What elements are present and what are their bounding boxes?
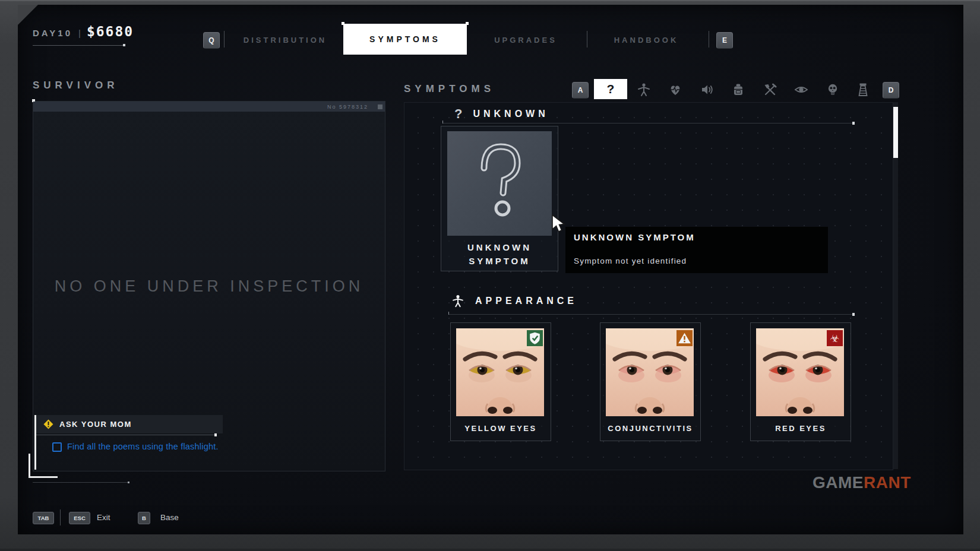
document-number: No 5978312 — [327, 104, 368, 110]
eye-icon[interactable] — [794, 83, 808, 97]
backpack-icon[interactable] — [731, 83, 745, 97]
quest-title: ASK YOUR MOM — [59, 420, 132, 429]
symptom-card-label: CONJUNCTIVITIS — [600, 424, 700, 433]
tools-icon[interactable] — [763, 83, 777, 97]
filter-unknown-tab[interactable]: ? — [594, 79, 627, 99]
unknown-section-heading: ? UNKNOWN — [454, 106, 549, 122]
document-header-bar: No 5978312 — [33, 102, 385, 112]
key-hint-d: D — [883, 82, 899, 99]
tab-symptoms[interactable]: SYMPTOMS — [343, 24, 467, 55]
hud-separator: | — [78, 28, 81, 38]
key-hint-e: E — [716, 32, 733, 49]
survivor-panel-title: SURVIVOR — [33, 80, 119, 91]
symptoms-panel-title: SYMPTOMS — [404, 83, 495, 95]
svg-text:☣: ☣ — [830, 332, 840, 344]
tooltip-title: UNKNOWN SYMPTOM — [574, 232, 696, 242]
tooltip-body: Symptom not yet identified — [574, 256, 687, 265]
tab-divider — [224, 31, 225, 48]
person-icon — [451, 294, 464, 308]
symptom-card-label: RED EYES — [751, 424, 851, 433]
footer-divider — [60, 509, 61, 525]
game-screen: DAY10 | $6680 Q DISTRIBUTION SYMPTOMS UP… — [0, 0, 980, 551]
frame-highlight — [0, 0, 980, 1]
cleared-shield-icon — [527, 330, 543, 346]
warning-triangle-icon — [676, 330, 693, 346]
body-icon[interactable] — [637, 83, 651, 97]
tab-distribution[interactable]: DISTRIBUTION — [241, 36, 330, 45]
objective-checkbox[interactable] — [52, 442, 62, 452]
symptom-card-conjunctivitis[interactable]: CONJUNCTIVITIS — [600, 322, 701, 441]
quest-title-bar: ASK YOUR MOM — [36, 415, 223, 433]
quest-objective-row[interactable]: Find all the poems using the flashlight. — [52, 441, 219, 453]
panel-corner-bracket — [29, 454, 58, 478]
watchtower-icon[interactable] — [856, 83, 870, 97]
key-hint-tab: TAB — [33, 512, 54, 524]
symptom-tooltip: UNKNOWN SYMPTOM Symptom not yet identifi… — [565, 227, 828, 273]
quest-alert-icon — [43, 419, 53, 429]
appearance-section-title: APPEARANCE — [475, 296, 577, 306]
no-inspection-message: NO ONE UNDER INSPECTION — [33, 277, 385, 296]
symptom-card-label: YELLOW EYES — [451, 424, 551, 433]
question-mark-outline-icon — [447, 131, 552, 236]
mouse-cursor — [550, 214, 568, 234]
biohazard-icon: ☣ — [827, 330, 843, 346]
appearance-section-heading: APPEARANCE — [451, 294, 577, 308]
unknown-section-rule — [442, 123, 853, 124]
frame-bottom — [0, 549, 980, 551]
hud-day-money: DAY10 | $6680 — [33, 24, 134, 39]
day-counter: DAY10 — [33, 28, 72, 38]
organs-icon[interactable] — [668, 83, 682, 97]
tab-handbook[interactable]: HANDBOOK — [608, 36, 685, 45]
skull-icon[interactable] — [826, 83, 840, 97]
tab-divider — [587, 31, 587, 48]
quest-divider — [36, 435, 216, 435]
question-mark-icon: ? — [454, 106, 462, 122]
symptom-card-red-eyes[interactable]: ☣ RED EYES — [750, 322, 851, 441]
key-hint-a: A — [572, 82, 589, 99]
scrollbar-track[interactable] — [893, 102, 898, 469]
money-underline — [33, 45, 123, 46]
unknown-section-title: UNKNOWN — [473, 109, 548, 119]
survivor-document-panel: No 5978312 NO ONE UNDER INSPECTION ASK Y… — [33, 101, 385, 471]
tab-divider — [709, 31, 709, 48]
appearance-section-rule — [448, 314, 853, 315]
sound-icon[interactable] — [700, 83, 714, 97]
document-corner-mark — [378, 104, 382, 109]
symptom-card-yellow-eyes[interactable]: YELLOW EYES — [450, 322, 551, 441]
unknown-card-label: UNKNOWN SYMPTOM — [441, 240, 558, 268]
key-hint-b: B — [138, 512, 150, 524]
tab-upgrades[interactable]: UPGRADES — [487, 36, 564, 45]
money-counter: $6680 — [87, 24, 134, 39]
base-action-label[interactable]: Base — [160, 513, 179, 522]
panel-underline — [33, 482, 128, 483]
objective-text: Find all the poems using the flashlight. — [67, 441, 219, 453]
exit-action-label[interactable]: Exit — [97, 513, 110, 522]
key-hint-q: Q — [203, 32, 220, 49]
key-hint-esc: ESC — [69, 512, 90, 524]
gamerant-watermark: GAMERANT — [813, 473, 911, 492]
unknown-symptom-image — [447, 131, 552, 236]
unknown-symptom-card[interactable]: UNKNOWN SYMPTOM — [441, 126, 558, 271]
scrollbar-thumb[interactable] — [893, 107, 898, 158]
frame-corner-notch — [18, 5, 38, 25]
